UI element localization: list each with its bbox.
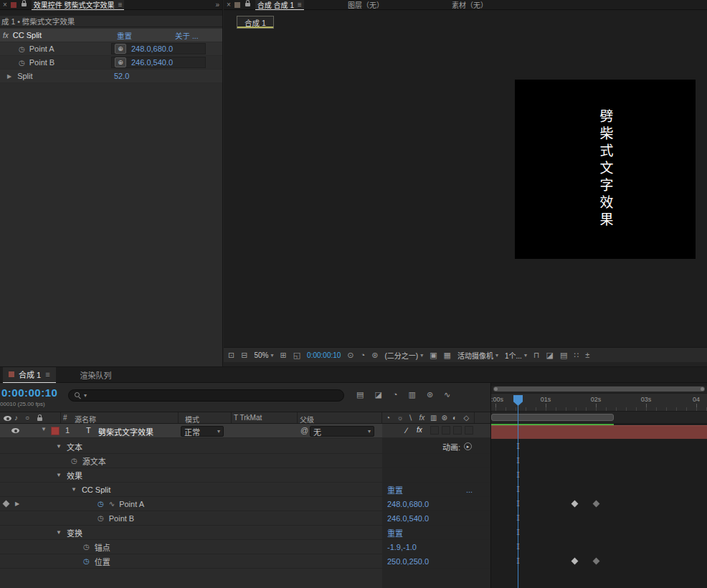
viewer-timecode[interactable]: 0:00:00:10 bbox=[307, 351, 341, 359]
next-keyframe-icon[interactable]: ▶ bbox=[15, 501, 19, 507]
lock-icon[interactable] bbox=[37, 417, 42, 421]
point-picker-icon[interactable]: ⊕ bbox=[115, 44, 126, 54]
switch-cell[interactable] bbox=[442, 426, 450, 435]
motion-blur-icon[interactable]: ⊛ bbox=[442, 414, 447, 422]
timeline-prop-row-源文本[interactable]: ◷源文本 bbox=[0, 454, 490, 468]
property-value[interactable]: 250.0,250.0 bbox=[387, 557, 429, 566]
composition-canvas[interactable]: 劈柴式文字效果 bbox=[515, 80, 696, 259]
viewer-layout-icon[interactable]: ⊟ bbox=[241, 351, 247, 360]
property-label[interactable]: CC Split bbox=[82, 485, 110, 494]
exposure-icon[interactable]: ± bbox=[585, 351, 589, 359]
region-of-interest-icon[interactable]: ▣ bbox=[430, 351, 437, 360]
video-visibility-icon[interactable] bbox=[4, 416, 11, 421]
solo-icon[interactable]: ○ bbox=[25, 414, 29, 422]
lock-icon[interactable] bbox=[22, 3, 27, 6]
tab-comp-timeline[interactable]: 合成 1 ≡ bbox=[3, 367, 56, 383]
close-panel-icon[interactable]: × bbox=[227, 1, 231, 9]
transparency-grid-icon[interactable]: ▦ bbox=[444, 351, 451, 360]
keyframe-icon[interactable] bbox=[593, 558, 600, 565]
param-value-text[interactable]: 246.0,540.0 bbox=[131, 58, 173, 67]
stopwatch-icon[interactable]: ◷ bbox=[98, 514, 104, 522]
property-label[interactable]: 源文本 bbox=[82, 455, 106, 467]
keyframe-icon[interactable] bbox=[571, 558, 579, 565]
switch-cell[interactable] bbox=[453, 426, 462, 435]
camera-select[interactable]: 活动摄像机▾ bbox=[457, 350, 498, 361]
effects-icon[interactable]: fx bbox=[419, 414, 425, 422]
timeline-prop-row-CC Split[interactable]: ▼CC Split重置... bbox=[0, 483, 490, 497]
layer-duration-bar[interactable] bbox=[491, 425, 707, 439]
reset-link[interactable]: 重置 bbox=[387, 484, 403, 495]
pixel-aspect-correction-icon[interactable]: ⊓ bbox=[533, 351, 540, 360]
work-area-bar[interactable] bbox=[491, 414, 614, 421]
timeline-track-area[interactable]: 0:00s01s02s03s04 IIIIIIIII bbox=[490, 383, 707, 588]
twirl-icon[interactable]: ▼ bbox=[56, 472, 62, 478]
column-mode[interactable]: 模式 bbox=[185, 414, 199, 425]
hide-shy-icon[interactable]: ◔ bbox=[393, 390, 398, 399]
column-source-name[interactable]: 源名称 bbox=[75, 414, 96, 425]
fx-switch-icon[interactable]: fx bbox=[417, 426, 422, 434]
blend-mode-select[interactable]: 正常▾ bbox=[181, 426, 224, 437]
tab-render-queue[interactable]: 渲染队列 bbox=[75, 367, 118, 383]
stopwatch-icon[interactable]: ◷ bbox=[83, 543, 90, 551]
mini-flowchart-icon[interactable]: ▤ bbox=[356, 390, 364, 399]
navigator-end-handle[interactable] bbox=[701, 387, 704, 391]
adjustment-layer-icon[interactable]: ◐ bbox=[452, 414, 457, 422]
property-label[interactable]: 锚点 bbox=[95, 541, 110, 553]
time-ruler[interactable]: 0:00s01s02s03s04 bbox=[491, 394, 707, 412]
quality-switch-icon[interactable]: ∕ bbox=[406, 426, 407, 435]
panel-overflow-icon[interactable]: » bbox=[215, 1, 219, 9]
timeline-prop-row-Point A[interactable]: ▶◷∿Point A248.0,680.0 bbox=[0, 497, 490, 511]
twirl-icon[interactable]: ▶ bbox=[7, 73, 11, 80]
column-trkmat[interactable]: T TrkMat bbox=[234, 414, 262, 422]
property-label[interactable]: Point A bbox=[119, 500, 144, 508]
column-index[interactable]: # bbox=[63, 414, 67, 422]
about-effect-link[interactable]: 关于 ... bbox=[175, 30, 199, 41]
search-input[interactable]: ▾ bbox=[68, 389, 344, 402]
fast-previews-icon[interactable]: ◪ bbox=[546, 351, 553, 360]
stopwatch-icon[interactable]: ◷ bbox=[98, 500, 104, 508]
comp-mini-tab[interactable]: 合成 1 bbox=[237, 16, 274, 29]
switch-cell[interactable] bbox=[465, 426, 473, 435]
mask-path-visibility-icon[interactable]: ◱ bbox=[293, 351, 300, 360]
param-value-text[interactable]: 248.0,680.0 bbox=[131, 44, 173, 53]
zoom-select[interactable]: 50%▾ bbox=[254, 351, 273, 359]
stopwatch-icon[interactable]: ◷ bbox=[71, 457, 77, 465]
stopwatch-icon[interactable]: ◷ bbox=[83, 557, 90, 565]
property-label[interactable]: 文本 bbox=[67, 441, 82, 452]
view-layout-select[interactable]: 1个...▾ bbox=[505, 350, 527, 361]
param-value-text[interactable]: 52.0 bbox=[114, 72, 129, 80]
flowchart-button-icon[interactable]: ∷ bbox=[574, 351, 579, 360]
point-picker-icon[interactable]: ⊕ bbox=[115, 57, 126, 67]
current-time-display[interactable]: 0:00:00:10 bbox=[1, 387, 57, 399]
snapshot-icon[interactable]: ⊙ bbox=[347, 351, 354, 360]
parent-pickwhip-icon[interactable]: @ bbox=[300, 426, 308, 435]
layer-row[interactable]: ▼ 1 T 劈柴式文字效果 正常▾ @ 无▾ ∕ fx bbox=[0, 424, 490, 438]
tab-composition[interactable]: 合成 合成 1 ≡ bbox=[255, 0, 304, 10]
frame-blend-toggle-icon[interactable]: ▥ bbox=[408, 390, 415, 399]
effect-name[interactable]: CC Split bbox=[13, 31, 42, 39]
timeline-prop-row-锚点[interactable]: ◷锚点-1.9,-1.0 bbox=[0, 540, 490, 554]
animate-menu-icon[interactable]: ▸ bbox=[464, 442, 472, 450]
options-link[interactable]: ... bbox=[466, 485, 473, 494]
layer-visibility-icon[interactable] bbox=[11, 428, 19, 433]
graph-editor-icon[interactable]: ∿ bbox=[444, 390, 450, 399]
show-snapshot-icon[interactable]: ◔ bbox=[361, 351, 366, 359]
property-value[interactable]: 246.0,540.0 bbox=[387, 514, 429, 523]
navigator-start-handle[interactable] bbox=[494, 387, 498, 391]
twirl-icon[interactable]: ▼ bbox=[71, 486, 77, 493]
twirl-icon[interactable]: ▼ bbox=[56, 529, 62, 536]
property-value[interactable]: -1.9,-1.0 bbox=[387, 543, 417, 551]
twirl-icon[interactable]: ▼ bbox=[56, 443, 62, 450]
column-parent[interactable]: 父级 bbox=[300, 414, 314, 425]
parent-select[interactable]: 无▾ bbox=[310, 426, 374, 437]
shy-icon[interactable]: ◔ bbox=[386, 414, 390, 422]
layer-name[interactable]: 劈柴式文字效果 bbox=[98, 426, 153, 437]
composition-viewer[interactable]: 合成 1 劈柴式文字效果 bbox=[224, 10, 707, 347]
timeline-prop-row-效果[interactable]: ▼效果 bbox=[0, 468, 490, 483]
switch-cell[interactable] bbox=[430, 426, 439, 435]
timeline-prop-row-变换[interactable]: ▼变换重置 bbox=[0, 526, 490, 540]
collapse-transformations-icon[interactable]: ☼ bbox=[397, 414, 404, 422]
search-options-icon[interactable]: ▾ bbox=[84, 392, 87, 399]
resolution-select[interactable]: (二分之一)▾ bbox=[384, 350, 423, 361]
layer-color-chip[interactable] bbox=[51, 427, 60, 435]
